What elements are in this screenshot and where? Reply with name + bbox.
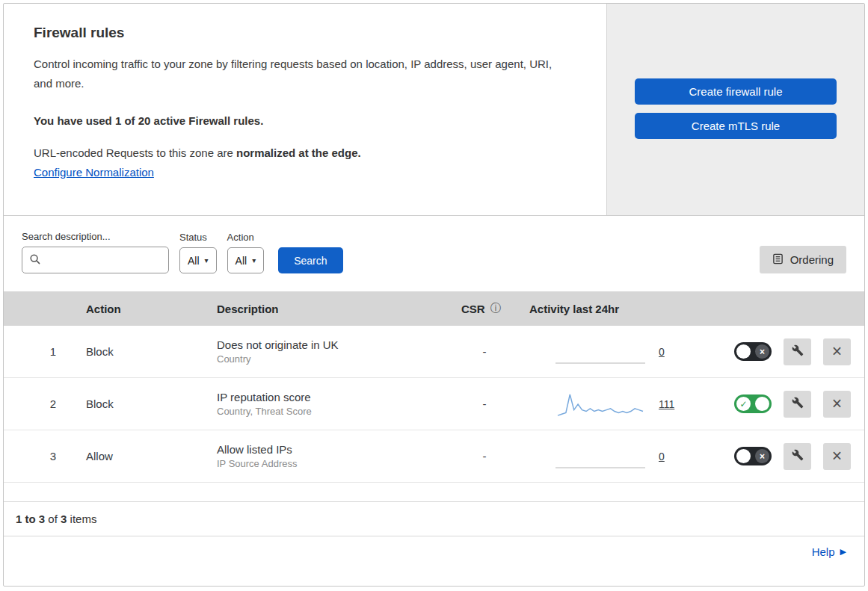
table-row: 1 Block Does not originate in UK Country…: [4, 326, 864, 378]
toggle-knob: [736, 449, 751, 463]
rule-criteria: Country, Threat Score: [217, 406, 451, 417]
rule-action: Block: [71, 345, 204, 358]
rule-priority: 3: [4, 450, 71, 462]
close-icon: ×: [832, 343, 842, 360]
activity-sparkline: [555, 442, 645, 471]
column-csr: CSR ⓘ: [451, 302, 518, 315]
normalization-text: URL-encoded Requests to this zone are: [34, 146, 236, 159]
rule-description-cell: IP reputation score Country, Threat Scor…: [204, 391, 451, 417]
rule-enabled-toggle[interactable]: [734, 447, 772, 465]
edit-rule-button[interactable]: [784, 391, 811, 418]
rule-action: Block: [71, 397, 204, 410]
rule-activity-cell: 111: [518, 389, 705, 419]
rule-description: Allow listed IPs: [217, 443, 451, 456]
action-dropdown[interactable]: All ▾: [227, 247, 265, 273]
search-button[interactable]: Search: [278, 247, 342, 273]
delete-rule-button[interactable]: ×: [823, 443, 851, 470]
status-filter: Status All ▾: [179, 232, 217, 273]
action-filter: Action All ▾: [227, 232, 265, 273]
info-icon[interactable]: ⓘ: [490, 302, 501, 315]
delete-rule-button[interactable]: ×: [823, 391, 851, 418]
rule-description: Does not originate in UK: [217, 338, 451, 351]
close-icon: ×: [832, 395, 842, 412]
activity-count-link[interactable]: 0: [659, 346, 677, 358]
chevron-down-icon: ▾: [252, 256, 256, 264]
usage-summary: You have used 1 of 20 active Firewall ru…: [34, 114, 576, 127]
help-link[interactable]: Help▶: [812, 545, 846, 558]
toggle-knob: [736, 344, 751, 359]
create-firewall-rule-button[interactable]: Create firewall rule: [635, 78, 837, 105]
page-description: Control incoming traffic to your zone by…: [34, 55, 564, 94]
rule-csr-value: -: [451, 450, 518, 462]
page-title: Firewall rules: [34, 25, 576, 41]
search-label: Search description...: [22, 231, 169, 242]
action-label: Action: [227, 232, 265, 243]
page-header: Firewall rules Control incoming traffic …: [4, 4, 864, 216]
activity-count-link[interactable]: 0: [659, 451, 677, 462]
toggle-state-icon: [755, 449, 769, 463]
table-row: 2 Block IP reputation score Country, Thr…: [4, 378, 864, 430]
wrench-icon: [792, 397, 804, 411]
rule-activity-cell: 0: [518, 442, 705, 471]
create-mtls-rule-button[interactable]: Create mTLS rule: [635, 113, 837, 139]
column-csr-label: CSR: [461, 303, 485, 315]
rule-criteria: Country: [217, 353, 451, 365]
rule-priority: 1: [4, 345, 71, 358]
rule-action: Allow: [71, 450, 204, 462]
normalization-bold: normalized at the edge.: [236, 146, 361, 159]
column-description: Description: [204, 303, 451, 315]
status-dropdown[interactable]: All ▾: [179, 247, 217, 273]
rule-enabled-toggle[interactable]: [734, 394, 772, 413]
edit-rule-button[interactable]: [784, 338, 811, 365]
rule-controls: ×: [705, 443, 864, 470]
arrow-right-icon: ▶: [840, 547, 846, 557]
rule-csr-value: -: [451, 397, 518, 410]
configure-normalization-link[interactable]: Configure Normalization: [34, 166, 154, 179]
rule-description-cell: Allow listed IPs IP Source Address: [204, 443, 451, 469]
rule-enabled-toggle[interactable]: [734, 342, 772, 361]
rule-activity-cell: 0: [518, 337, 705, 367]
help-bar: Help▶: [4, 536, 864, 568]
rules-table: Action Description CSR ⓘ Activity last 2…: [4, 291, 864, 483]
rule-criteria: IP Source Address: [217, 458, 451, 469]
filter-bar: Search description... Status All ▾ Actio…: [4, 216, 864, 291]
wrench-icon: [792, 449, 804, 463]
status-label: Status: [179, 232, 217, 243]
help-label: Help: [812, 545, 835, 558]
header-content: Firewall rules Control incoming traffic …: [4, 4, 606, 215]
toggle-state-icon: [736, 397, 751, 411]
firewall-rules-page: Firewall rules Control incoming traffic …: [3, 3, 865, 587]
items-suffix: items: [67, 513, 96, 525]
column-action: Action: [71, 303, 204, 315]
items-count: 1 to 3 of 3 items: [4, 502, 864, 536]
search-filter: Search description...: [22, 231, 169, 273]
close-icon: ×: [832, 448, 842, 465]
items-range: 1 to 3: [16, 513, 45, 525]
ordering-button[interactable]: Ordering: [760, 246, 846, 273]
rule-csr-value: -: [451, 345, 518, 358]
search-icon: [29, 253, 41, 268]
rule-description: IP reputation score: [217, 391, 451, 403]
activity-count-link[interactable]: 111: [659, 398, 677, 410]
header-actions-panel: Create firewall rule Create mTLS rule: [606, 4, 864, 215]
table-footer-spacer: [4, 483, 864, 502]
action-dropdown-value: All: [236, 255, 247, 267]
list-ordering-icon: [772, 253, 784, 267]
edit-rule-button[interactable]: [784, 443, 811, 470]
activity-sparkline: [555, 337, 645, 367]
activity-sparkline: [555, 389, 645, 419]
table-row: 3 Allow Allow listed IPs IP Source Addre…: [4, 430, 864, 483]
delete-rule-button[interactable]: ×: [823, 338, 851, 365]
column-activity: Activity last 24hr: [518, 303, 705, 315]
toggle-state-icon: [755, 344, 769, 359]
table-header-row: Action Description CSR ⓘ Activity last 2…: [4, 291, 864, 326]
search-box: [22, 247, 169, 273]
chevron-down-icon: ▾: [205, 256, 209, 264]
toggle-knob: [755, 397, 769, 411]
rule-description-cell: Does not originate in UK Country: [204, 338, 451, 365]
items-of: of: [45, 513, 61, 525]
rule-controls: ×: [705, 391, 864, 418]
wrench-icon: [792, 344, 804, 359]
search-input[interactable]: [22, 247, 169, 273]
ordering-button-label: Ordering: [790, 253, 834, 266]
